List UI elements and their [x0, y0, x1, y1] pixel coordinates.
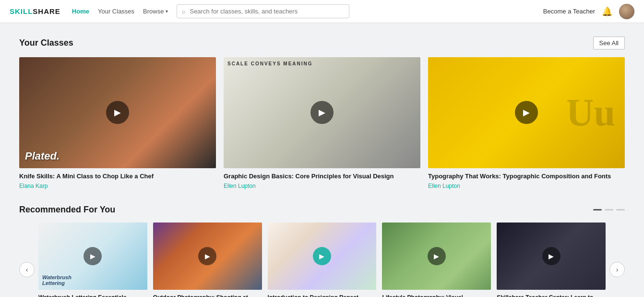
search-input[interactable] — [190, 8, 344, 15]
avatar[interactable] — [619, 4, 634, 19]
thumbnail-inner: ▶ — [224, 57, 420, 168]
recommended-grid: ▶ WaterbrushLettering Waterbrush Letteri… — [38, 223, 606, 297]
knife-overlay-text: Plated. — [25, 150, 60, 162]
thumbnail-inner: ▶ — [382, 223, 491, 290]
become-teacher-link[interactable]: Become a Teacher — [543, 8, 595, 15]
rec-card-lifestyle[interactable]: ▶ Lifestyle Photography: Visual Storytel… — [382, 223, 491, 297]
pagination-dots — [593, 209, 625, 210]
play-button[interactable]: ▶ — [106, 101, 129, 124]
recommended-header: Recommended For You — [19, 205, 625, 215]
rec-title-lifestyle: Lifestyle Photography: Visual Storytelli… — [382, 294, 491, 297]
play-button[interactable]: ▶ — [83, 247, 102, 265]
navbar: SKILLSHARE Home Your Classes Browse ▾ ⌕ … — [0, 0, 644, 23]
search-bar[interactable]: ⌕ — [177, 4, 349, 18]
rec-card-lettering[interactable]: ▶ WaterbrushLettering Waterbrush Letteri… — [38, 223, 147, 297]
carousel-wrapper: ‹ ▶ WaterbrushLettering Waterbrush Lette… — [19, 223, 625, 297]
rec-card-teacher[interactable]: ▶ Skillshare Teacher Center: Learn to Te… — [497, 223, 606, 297]
play-button[interactable]: ▶ — [313, 247, 331, 265]
class-thumbnail-knife: ▶ Plated. — [19, 57, 216, 168]
class-author-typography[interactable]: Ellen Lupton — [428, 183, 625, 189]
navbar-right: Become a Teacher 🔔 — [543, 4, 634, 19]
your-classes-title: Your Classes — [19, 38, 73, 48]
class-card-typography[interactable]: ▶ Uu Typography That Works: Typographic … — [428, 57, 625, 189]
carousel-next-button[interactable]: › — [609, 262, 625, 277]
nav-links: Home Your Classes Browse ▾ — [72, 8, 168, 15]
rec-title-teacher: Skillshare Teacher Center: Learn to Teac… — [497, 294, 606, 297]
bell-icon[interactable]: 🔔 — [602, 6, 612, 17]
rec-title-lettering: Waterbrush Lettering Essentials — [38, 294, 147, 297]
rec-title-outdoor: Outdoor Photography: Shooting at Sunset,… — [153, 294, 262, 297]
rec-thumbnail-lifestyle: ▶ — [382, 223, 491, 290]
class-title-typography: Typography That Works: Typographic Compo… — [428, 172, 625, 181]
class-title-graphic: Graphic Design Basics: Core Principles f… — [224, 172, 420, 181]
thumbnail-inner: ▶ — [268, 223, 377, 290]
recommended-section: Recommended For You ‹ ▶ WaterbrushLetter… — [19, 205, 625, 297]
play-button[interactable]: ▶ — [542, 247, 561, 265]
recommended-title: Recommended For You — [19, 205, 115, 215]
rec-card-outdoor[interactable]: ▶ Outdoor Photography: Shooting at Sunse… — [153, 223, 262, 297]
avatar-image — [619, 4, 634, 19]
play-button[interactable]: ▶ — [428, 247, 446, 265]
main-content: Your Classes See All ▶ Plated. Knife Ski… — [0, 23, 644, 297]
class-thumbnail-graphic: SCALE CONVEYS MEANING ▶ — [224, 57, 420, 168]
class-author-knife[interactable]: Elana Karp — [19, 183, 216, 189]
search-icon: ⌕ — [182, 8, 186, 15]
carousel-prev-button[interactable]: ‹ — [19, 262, 35, 277]
class-author-graphic[interactable]: Ellen Lupton — [224, 183, 420, 189]
your-classes-section: Your Classes See All ▶ Plated. Knife Ski… — [19, 37, 625, 189]
play-button[interactable]: ▶ — [198, 247, 216, 265]
see-all-button[interactable]: See All — [593, 37, 625, 50]
dot-3 — [616, 209, 625, 210]
typography-bg-text: Uu — [566, 97, 615, 128]
nav-home[interactable]: Home — [72, 8, 89, 15]
dot-2 — [605, 209, 613, 210]
class-title-knife: Knife Skills: A Mini Class to Chop Like … — [19, 172, 216, 181]
rec-card-patterns[interactable]: ▶ Introduction to Designing Repeat Patte… — [268, 223, 377, 297]
play-button[interactable]: ▶ — [310, 101, 334, 124]
thumbnail-inner: ▶ — [153, 223, 262, 290]
rec-thumbnail-lettering: ▶ WaterbrushLettering — [38, 223, 147, 290]
classes-grid: ▶ Plated. Knife Skills: A Mini Class to … — [19, 57, 625, 189]
class-card-graphic[interactable]: SCALE CONVEYS MEANING ▶ Graphic Design B… — [224, 57, 420, 189]
logo[interactable]: SKILLSHARE — [10, 7, 60, 15]
rec-thumbnail-patterns: ▶ — [268, 223, 377, 290]
browse-chevron-icon: ▾ — [166, 9, 168, 14]
thumbnail-inner: ▶ — [497, 223, 606, 290]
lettering-overlay-text: WaterbrushLettering — [42, 274, 72, 286]
rec-thumbnail-outdoor: ▶ — [153, 223, 262, 290]
class-thumbnail-typography: ▶ Uu — [428, 57, 625, 168]
rec-title-patterns: Introduction to Designing Repeat Pattern… — [268, 294, 377, 297]
dot-1 — [593, 209, 602, 210]
nav-browse[interactable]: Browse ▾ — [143, 8, 168, 15]
your-classes-header: Your Classes See All — [19, 37, 625, 50]
rec-thumbnail-teacher: ▶ — [497, 223, 606, 290]
nav-your-classes[interactable]: Your Classes — [98, 8, 134, 15]
class-card-knife[interactable]: ▶ Plated. Knife Skills: A Mini Class to … — [19, 57, 216, 189]
